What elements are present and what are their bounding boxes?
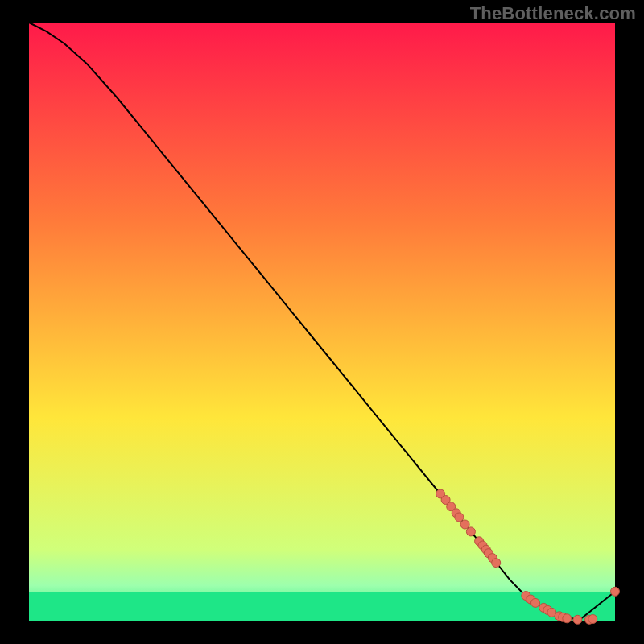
- data-marker: [466, 527, 475, 536]
- data-marker: [573, 615, 582, 624]
- data-marker: [563, 614, 572, 623]
- plot-background: [29, 23, 615, 621]
- chart-stage: TheBottleneck.com: [0, 0, 644, 644]
- data-marker: [455, 513, 464, 522]
- data-marker: [611, 587, 620, 596]
- chart-svg: [0, 0, 644, 644]
- data-marker: [492, 559, 501, 568]
- data-marker: [531, 598, 540, 607]
- data-marker: [588, 615, 597, 624]
- data-marker: [460, 520, 469, 529]
